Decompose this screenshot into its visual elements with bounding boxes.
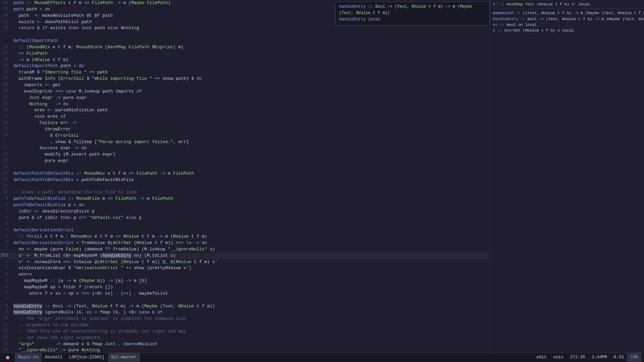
- code-line: 4 defaultDerivationStrict: [0, 227, 490, 234]
- code-line: 23 Nothing -> do: [0, 101, 490, 108]
- current-code-line: 271 s' <- M.fromList <$> mapMaybeM (hand…: [0, 253, 490, 259]
- code-line: 4 mapMaybeM :: (a -> m (Maybe b)) -> [a]…: [0, 278, 490, 284]
- code-line: 8 pathToDefaultNixFile p = do: [0, 202, 490, 208]
- load-label: 0.33: [613, 354, 624, 360]
- time-label: 1:44PM: [592, 354, 607, 360]
- statusbar-position: 271:35: [567, 353, 588, 362]
- code-line: 1 nn <- maybe (pure False) (demand ?? fr…: [0, 246, 490, 253]
- code-line: 2 defaultDerivationStrict = fromValue @(…: [0, 240, 490, 246]
- code-line: 12 -- TODO This use of coerceToString is…: [0, 328, 490, 335]
- code-line: 8 handleEntry :: Bool -> (Text, NValue t…: [0, 303, 490, 310]
- rp-line: s' :: HashMap Text (NValue t f m) s' loc…: [493, 1, 641, 7]
- rp-line: nn :: Bool nn local: [493, 22, 641, 27]
- code-line: 11: [0, 183, 490, 189]
- code-line: 5 mapMaybeM op = foldr f (return []): [0, 284, 490, 291]
- code-container[interactable]: handleEntry :: Bool -> (Text, NValue t f…: [0, 0, 490, 353]
- code-line: [0, 32, 490, 38]
- code-line: 9 pathToDefaultNixFile :: MonadFile m =>…: [0, 196, 490, 202]
- code-line: 6 where f x xs = op x >>= (<$> xs) . (++…: [0, 291, 490, 297]
- code-line: . show $ fillSep ["Parse during import f…: [0, 139, 490, 145]
- code-line: 9 handleEntry ignoreNulls (k, v) = fmap …: [0, 309, 490, 316]
- rp-line: mapMaybeM :: ((Text, NValue t f m) -> m …: [493, 8, 641, 16]
- code-line: 27 withFrame Info (ErrorCall $ "While im…: [0, 76, 490, 82]
- statusbar-indicator: [3, 353, 15, 362]
- type-popup-line1: handleEntry :: Bool -> (Text, NValue t f…: [339, 4, 486, 16]
- statusbar-zoom: 74%: [627, 353, 641, 362]
- statusbar-language[interactable]: Haskell: [42, 353, 66, 362]
- right-panel: s' :: HashMap Text (NValue t f m) s' loc…: [490, 0, 644, 353]
- code-line: 18 $ ErrorCall: [0, 133, 490, 139]
- code-line: 14 "args" -> demand v $ fmap Just . coer…: [0, 341, 490, 348]
- code-line: 10 -- Given a path, determine the nix fi…: [0, 189, 490, 196]
- rp-line: s :: AttrSet (NValue t f m) s local: [493, 27, 641, 33]
- code-line: 1 v' <- normalForm =<< toValue @(AttrSet…: [0, 259, 490, 265]
- statusbar: Basic.hs Haskell LSP[hie:22901] Git-mast…: [0, 353, 644, 362]
- statusbar-lsp: LSP[hie:22901]: [66, 353, 108, 362]
- statusbar-encoding: unix: [550, 353, 567, 362]
- rp-line: handleEntry :: Bool -> (Text, NValue t f…: [493, 16, 641, 22]
- code-line: 28 traceM $ "Importing file " ++ path: [0, 69, 490, 76]
- encoding-label: unix: [553, 354, 563, 360]
- code-line: defaultImportPath: [0, 38, 490, 44]
- lsp-label: LSP[hie:22901]: [69, 354, 105, 360]
- code-line: 31 => FilePath: [0, 51, 490, 57]
- code-line: 24 Just expr -> pure expr: [0, 95, 490, 101]
- code-line: 19 throwError: [0, 126, 490, 133]
- statusbar-filename[interactable]: Basic.hs: [15, 353, 42, 362]
- code-line: 5: [0, 221, 490, 228]
- code-line: 15 "__ignoreNulls" -> pure Nothing: [0, 347, 490, 353]
- type-popup-line2: handleEntry local: [339, 16, 486, 23]
- filename-label: Basic.hs: [18, 354, 38, 360]
- mode-label: edit: [536, 354, 546, 360]
- language-label: Haskell: [45, 354, 63, 360]
- code-line: 7: [0, 297, 490, 303]
- code-line: 13 -- not have the right arguments.: [0, 335, 490, 341]
- code-line: 30 -> m (NValue t f m): [0, 57, 490, 63]
- code-line: 13 defaultPathToDefaultNix :: MonadNix e…: [0, 171, 490, 177]
- code-line: 20 Failure err ->: [0, 120, 490, 126]
- branch-label: Git-master: [111, 354, 137, 360]
- status-dot: [6, 356, 9, 359]
- statusbar-branch[interactable]: Git-master: [108, 353, 140, 362]
- code-line: 6 pure $ if isDir then p </> "default.ni…: [0, 215, 490, 221]
- code-line: 17 Success expr -> do: [0, 145, 490, 152]
- code-line: 11 -- arguments to the builder.: [0, 322, 490, 328]
- statusbar-load: 0.33: [610, 353, 627, 362]
- code-line: 16 modify (M.insert path expr): [0, 152, 490, 158]
- statusbar-mode: edit: [533, 353, 550, 362]
- editor-area: handleEntry :: Bool -> (Text, NValue t f…: [0, 0, 644, 353]
- code-line: 36 return $ if exists then Just path els…: [0, 25, 490, 32]
- code-line: 3 where: [0, 272, 490, 278]
- code-line: 41 :: (MonadNix e t f m, MonadState (Has…: [0, 44, 490, 51]
- code-line: 15 pure expr: [0, 158, 490, 164]
- code-line: 3 :: forall e t f m . MonadNix e t f m =…: [0, 234, 490, 240]
- code-line: 12 defaultPathToDefaultNix = pathToDefau…: [0, 177, 490, 183]
- type-popup: handleEntry :: Bool -> (Text, NValue t f…: [335, 1, 490, 25]
- statusbar-time: 1:44PM: [588, 353, 610, 362]
- code-line: 2 nixInstantiateExpr $ "derivationStrict…: [0, 265, 490, 272]
- code-line: 14: [0, 164, 490, 171]
- code-line: 7 isDir <- doesDirectoryExist p: [0, 208, 490, 215]
- code-line: 26 imports <- get: [0, 82, 490, 88]
- code-line: 22 eres <- parseNixFileLoc path: [0, 107, 490, 114]
- code-line: 29 defaultImportPath path = do: [0, 63, 490, 69]
- code-line: 10 -- The 'args' attribute is special: i…: [0, 316, 490, 322]
- zoom-label: 74%: [630, 354, 638, 360]
- position-label: 271:35: [570, 354, 585, 360]
- code-line: 25 evalExprLoc =<< case M.lookup path im…: [0, 88, 490, 95]
- code-line: 21 case eres of: [0, 114, 490, 120]
